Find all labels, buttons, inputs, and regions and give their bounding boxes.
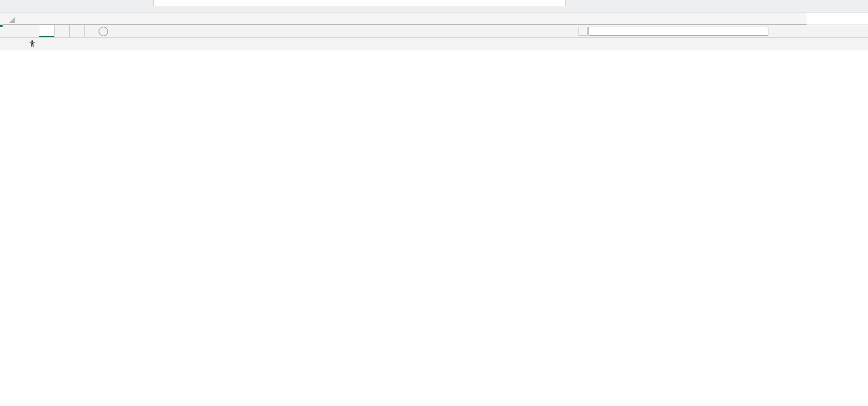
status-bar: [0, 37, 868, 50]
view-switcher: [806, 38, 815, 50]
scroll-left-icon[interactable]: [578, 27, 588, 36]
tab-assets[interactable]: [70, 25, 85, 37]
select-all-icon: [9, 17, 15, 23]
column-header-row: [0, 13, 807, 25]
accessibility-status[interactable]: [28, 40, 39, 48]
accessibility-icon: [28, 40, 36, 48]
tab-nav-arrows: [0, 25, 24, 37]
fill-handle[interactable]: [0, 24, 3, 28]
sheet-tabs: [39, 25, 85, 37]
formula-bar-remnant: [153, 0, 566, 6]
sheet-tab-bar: [0, 25, 868, 37]
tab-constants[interactable]: [55, 25, 70, 37]
top-strip: [0, 0, 868, 13]
active-cell-outline[interactable]: [0, 25, 2, 27]
scrollbar-thumb[interactable]: [588, 27, 768, 36]
select-all-button[interactable]: [0, 13, 16, 24]
excel-window: [0, 0, 868, 406]
tab-settings[interactable]: [39, 25, 55, 37]
horizontal-scrollbar[interactable]: [578, 27, 768, 36]
add-sheet-button[interactable]: [99, 27, 108, 36]
spreadsheet: [0, 13, 868, 25]
